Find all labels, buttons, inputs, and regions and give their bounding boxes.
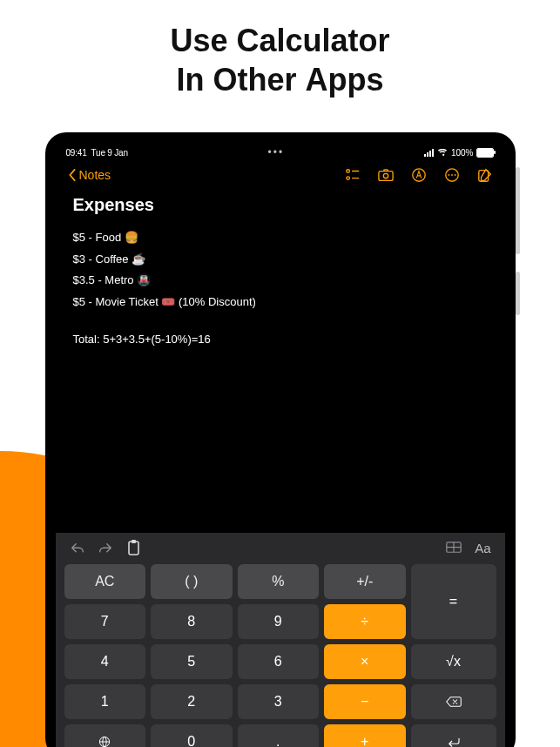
keyboard-toolbar: Aa	[56, 533, 505, 559]
key-plusminus[interactable]: +/-	[324, 564, 406, 599]
back-button[interactable]: Notes	[68, 168, 111, 182]
clipboard-icon[interactable]	[125, 540, 141, 555]
table-icon[interactable]	[446, 540, 462, 555]
key-2[interactable]: 2	[151, 684, 233, 719]
key-5[interactable]: 5	[151, 644, 233, 679]
note-body[interactable]: Expenses $5 - Food 🍔 $3 - Coffee ☕ $3.5 …	[56, 192, 505, 533]
key-add[interactable]: +	[324, 724, 406, 747]
svg-point-2	[346, 177, 349, 180]
checklist-icon[interactable]	[345, 167, 361, 183]
status-bar: 09:41 Tue 9 Jan ••• 100%	[56, 143, 505, 158]
svg-rect-11	[478, 171, 488, 182]
status-date: Tue 9 Jan	[91, 148, 128, 158]
key-divide[interactable]: ÷	[324, 604, 406, 639]
key-3[interactable]: 3	[238, 684, 320, 719]
promo-line2b: Apps	[306, 62, 384, 98]
key-ac[interactable]: AC	[64, 564, 146, 599]
camera-icon[interactable]	[378, 167, 394, 183]
key-subtract[interactable]: −	[324, 684, 406, 719]
battery-pct: 100%	[451, 148, 474, 158]
svg-point-8	[448, 174, 449, 176]
status-time: 09:41	[66, 148, 87, 158]
note-line: $5 - Movie Ticket 🎟️ (10% Discount)	[73, 292, 488, 313]
svg-point-0	[346, 170, 349, 173]
svg-rect-12	[129, 542, 138, 555]
signal-icon	[424, 149, 434, 157]
key-1[interactable]: 1	[64, 684, 146, 719]
multitask-dots: •••	[268, 146, 285, 158]
markup-icon[interactable]	[411, 167, 427, 183]
svg-point-10	[454, 174, 455, 176]
key-paren[interactable]: ( )	[151, 564, 233, 599]
battery-icon	[476, 148, 494, 158]
key-percent[interactable]: %	[238, 564, 320, 599]
tablet-frame: 09:41 Tue 9 Jan ••• 100% Notes	[45, 132, 516, 747]
key-globe[interactable]	[64, 724, 146, 747]
back-label: Notes	[79, 168, 111, 182]
calculator-keyboard: Aa AC ( ) % +/- 7 8 9 ÷ 4 5 6 × 1	[56, 533, 505, 747]
key-sqrt[interactable]: √x	[411, 644, 496, 679]
note-total: Total: 5+3+3.5+(5-10%)=16	[73, 329, 488, 351]
promo-line2a: In Other	[176, 62, 305, 98]
svg-rect-4	[378, 171, 392, 180]
notes-header: Notes	[56, 158, 505, 192]
key-8[interactable]: 8	[151, 604, 233, 639]
key-0[interactable]: 0	[151, 724, 233, 747]
chevron-left-icon	[68, 169, 77, 181]
key-backspace[interactable]	[411, 684, 496, 719]
promo-line1: Use Calculator	[170, 23, 389, 58]
svg-rect-13	[132, 540, 136, 543]
compose-icon[interactable]	[477, 167, 493, 183]
key-4[interactable]: 4	[64, 644, 146, 679]
key-equals[interactable]: =	[411, 564, 496, 639]
screen: 09:41 Tue 9 Jan ••• 100% Notes	[56, 143, 505, 747]
undo-icon[interactable]	[70, 540, 85, 555]
note-line: $5 - Food 🍔	[73, 227, 488, 249]
more-icon[interactable]	[444, 167, 460, 183]
note-line: $3.5 - Metro 🚇	[73, 270, 488, 292]
format-icon[interactable]: Aa	[476, 540, 491, 555]
tablet-side-button	[516, 167, 520, 254]
key-9[interactable]: 9	[238, 604, 320, 639]
note-line: $3 - Coffee ☕	[73, 249, 488, 271]
key-6[interactable]: 6	[238, 644, 320, 679]
tablet-side-button	[516, 272, 520, 315]
svg-point-5	[383, 173, 388, 178]
key-multiply[interactable]: ×	[324, 644, 406, 679]
key-7[interactable]: 7	[64, 604, 146, 639]
redo-icon[interactable]	[98, 540, 113, 555]
key-return[interactable]	[411, 724, 496, 747]
svg-point-9	[451, 174, 453, 176]
key-dot[interactable]: .	[238, 724, 320, 747]
promo-heading: Use Calculator In Other Apps	[0, 0, 560, 99]
note-title: Expenses	[73, 195, 488, 215]
wifi-icon	[437, 149, 448, 156]
